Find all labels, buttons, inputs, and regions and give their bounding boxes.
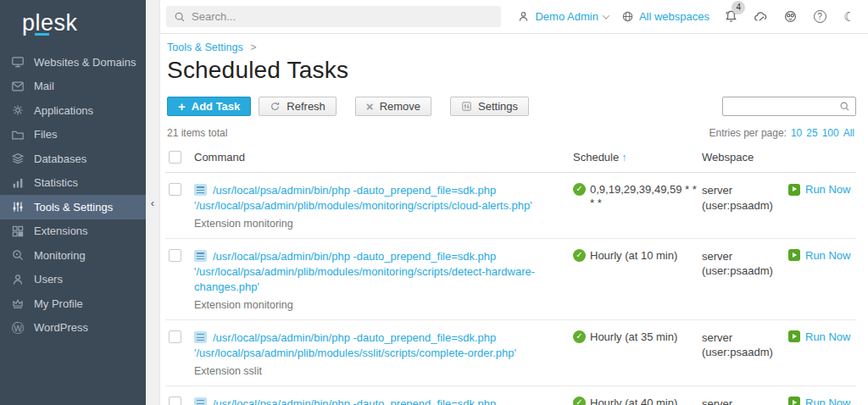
plesk-logo[interactable]: plesk <box>0 0 146 47</box>
webspace-cell: server (user:psaadm) <box>702 249 788 279</box>
column-header-schedule[interactable]: Schedule↑ <box>573 151 702 164</box>
entries-option-all[interactable]: All <box>843 127 854 139</box>
sidebar-item-label: Mail <box>34 80 54 92</box>
user-menu-label: Demo Admin <box>535 10 598 23</box>
run-now-link[interactable]: Run Now <box>788 397 850 405</box>
entries-option-100[interactable]: 100 <box>822 127 839 139</box>
remove-label: Remove <box>380 100 420 113</box>
folder-icon <box>11 128 25 141</box>
search-icon <box>174 11 186 23</box>
command-cell: /usr/local/psa/admin/bin/php -dauto_prep… <box>194 397 573 405</box>
command-line-2: '/usr/local/psa/admin/plib/modules/monit… <box>194 264 558 295</box>
sidebar-item-statistics[interactable]: Statistics <box>0 171 146 196</box>
plus-icon: + <box>178 100 186 113</box>
add-task-button[interactable]: + Add Task <box>167 97 251 116</box>
globe-icon <box>621 10 634 23</box>
breadcrumb: Tools & Settings > <box>167 42 856 53</box>
monitor-icon <box>11 55 25 69</box>
notifications-button[interactable]: 4 <box>722 8 739 25</box>
run-now-link[interactable]: Run Now <box>788 330 850 343</box>
help-button[interactable]: ? <box>811 8 828 25</box>
webspace-name: server <box>702 249 788 264</box>
settings-button[interactable]: Settings <box>450 97 529 116</box>
sidebar-item-label: Statistics <box>34 176 78 189</box>
webspace-cell: server (user:psaadm) <box>702 183 788 213</box>
sidebar-item-applications[interactable]: Applications <box>0 98 146 123</box>
table-row: /usr/local/psa/admin/bin/php -dauto_prep… <box>165 173 856 239</box>
schedule-cell: ✓ Hourly (at 10 min) <box>573 249 702 263</box>
select-all-checkbox[interactable] <box>169 151 181 164</box>
sidebar-item-websites-domains[interactable]: Websites & Domains <box>0 50 146 75</box>
command-cell: /usr/local/psa/admin/bin/php -dauto_prep… <box>194 330 573 377</box>
command-line-1: /usr/local/psa/admin/bin/php -dauto_prep… <box>213 331 496 344</box>
cloud-feedback-icon <box>754 9 768 24</box>
list-filter <box>722 97 856 116</box>
settings-sliders-icon <box>461 101 472 112</box>
main-area: Demo Admin All webspaces 4 <box>160 0 868 405</box>
webspace-name: server <box>702 397 788 405</box>
mail-icon <box>11 80 25 93</box>
row-checkbox[interactable] <box>169 397 181 405</box>
sidebar-item-label: Websites & Domains <box>34 56 136 69</box>
gear-icon <box>11 103 25 117</box>
play-icon <box>788 249 800 261</box>
sidebar-collapse-rail[interactable]: ‹ <box>146 0 160 405</box>
active-check-icon: ✓ <box>573 397 586 405</box>
command-link[interactable]: /usr/local/psa/admin/bin/php -dauto_prep… <box>194 330 573 361</box>
webspace-name: server <box>702 183 788 198</box>
column-header-command[interactable]: Command <box>194 151 573 164</box>
webspace-selector[interactable]: All webspaces <box>621 10 709 23</box>
run-now-label: Run Now <box>805 330 850 343</box>
run-now-label: Run Now <box>805 183 850 196</box>
run-now-link[interactable]: Run Now <box>788 183 850 196</box>
advisor-button[interactable] <box>782 8 798 25</box>
refresh-button[interactable]: Refresh <box>259 97 337 116</box>
plesk-app: plesk Websites & Domains Mail Applicatio… <box>0 0 868 405</box>
command-line-1: /usr/local/psa/admin/bin/php -dauto_prep… <box>213 184 496 197</box>
command-description: Extension sslit <box>194 365 573 377</box>
feedback-button[interactable] <box>752 8 769 25</box>
filter-search-icon[interactable] <box>839 101 850 112</box>
breadcrumb-tools-settings-link[interactable]: Tools & Settings <box>167 42 243 53</box>
table-header: Command Schedule↑ Webspace <box>165 142 856 173</box>
schedule-header-label: Schedule <box>573 151 619 164</box>
schedule-value: Hourly (at 10 min) <box>590 249 677 263</box>
schedule-value: 0,9,19,29,39,49,59 * * * * <box>590 183 702 211</box>
topbar-right: Demo Admin All webspaces 4 <box>517 8 858 25</box>
play-icon <box>788 184 800 196</box>
sidebar-item-label: My Profile <box>34 297 83 310</box>
run-now-link[interactable]: Run Now <box>788 249 850 262</box>
remove-button[interactable]: × Remove <box>355 97 431 116</box>
sidebar-nav: Websites & Domains Mail Applications Fil… <box>0 50 146 340</box>
entries-option-10[interactable]: 10 <box>791 127 802 139</box>
sidebar-item-extensions[interactable]: Extensions <box>0 219 146 244</box>
command-link[interactable]: /usr/local/psa/admin/bin/php -dauto_prep… <box>194 183 573 214</box>
sidebar-item-tools-settings[interactable]: Tools & Settings <box>0 195 146 219</box>
command-line-1: /usr/local/psa/admin/bin/php -dauto_prep… <box>213 397 496 405</box>
dark-mode-toggle[interactable]: ☾ <box>841 8 858 25</box>
sidebar-item-users[interactable]: Users <box>0 268 146 292</box>
row-checkbox[interactable] <box>169 249 181 262</box>
sidebar-item-mail[interactable]: Mail <box>0 75 146 99</box>
column-header-webspace[interactable]: Webspace <box>702 151 788 164</box>
sidebar-item-databases[interactable]: Databases <box>0 147 146 171</box>
sidebar-item-monitoring[interactable]: Monitoring <box>0 243 146 268</box>
logo-underline-accent <box>35 33 49 36</box>
command-script-icon <box>194 397 207 405</box>
global-search-input[interactable] <box>192 10 493 23</box>
entries-option-25[interactable]: 25 <box>806 127 817 139</box>
row-checkbox[interactable] <box>169 183 181 196</box>
settings-label: Settings <box>478 100 518 113</box>
database-stack-icon <box>11 152 25 165</box>
sidebar-item-my-profile[interactable]: My Profile <box>0 291 146 316</box>
sidebar-item-wordpress[interactable]: Ⓦ WordPress <box>0 316 146 341</box>
command-link[interactable]: /usr/local/psa/admin/bin/php -dauto_prep… <box>194 397 573 405</box>
user-menu[interactable]: Demo Admin <box>517 10 608 23</box>
sidebar-item-files[interactable]: Files <box>0 123 146 147</box>
schedule-value: Hourly (at 40 min) <box>590 397 677 405</box>
row-checkbox[interactable] <box>169 330 181 343</box>
command-script-icon <box>194 250 207 262</box>
active-check-icon: ✓ <box>573 330 586 343</box>
list-filter-input[interactable] <box>728 101 839 113</box>
command-link[interactable]: /usr/local/psa/admin/bin/php -dauto_prep… <box>194 249 573 295</box>
